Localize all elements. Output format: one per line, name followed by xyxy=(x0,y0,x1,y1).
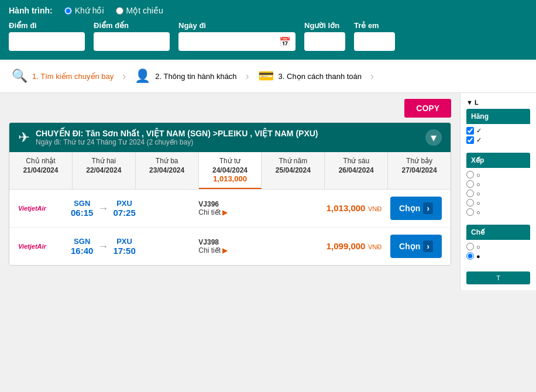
flight-section: ✈ CHUYẾN ĐI: Tân Sơn Nhất , VIỆT NAM (SG… xyxy=(9,122,451,266)
from-time-0: 06:15 xyxy=(71,208,93,218)
day-name-2: Thứ ba xyxy=(139,157,195,165)
che-option-1[interactable]: ● xyxy=(466,252,530,260)
airline-logo-0: VietjetAir xyxy=(18,205,71,212)
day-name-0: Chủ nhật xyxy=(12,157,69,165)
airline-logo-1: VietjetAir xyxy=(18,243,71,250)
date-price-3: 1,013,000 xyxy=(202,174,259,183)
xep-option-4[interactable]: ○ xyxy=(466,208,530,216)
flight-header: ✈ CHUYẾN ĐI: Tân Sơn Nhất , VIỆT NAM (SG… xyxy=(9,123,451,152)
chi-tiet-0[interactable]: Chi tiết ▶ xyxy=(198,208,326,216)
diem-den-group: Điểm đến PXU xyxy=(94,21,170,51)
date-val-1: 22/04/2024 xyxy=(75,166,132,174)
chi-tiet-1[interactable]: Chi tiết ▶ xyxy=(198,246,326,255)
date-cell-1[interactable]: Thứ hai 22/04/2024 xyxy=(73,152,136,189)
step-2[interactable]: 👤 2. Thông tin hành khách xyxy=(135,68,236,84)
flight-title: CHUYẾN ĐI: Tân Sơn Nhất , VIỆT NAM (SGN)… xyxy=(36,129,318,138)
chevron-down-button[interactable]: ▾ xyxy=(425,129,442,146)
step-2-label: 2. Thông tin hành khách xyxy=(155,72,236,81)
hanh-trinh-label: Hành trình: xyxy=(9,6,53,15)
date-cell-0[interactable]: Chủ nhật 21/04/2024 xyxy=(9,152,73,189)
che-option-0[interactable]: ○ xyxy=(466,243,530,250)
tre-em-group: Trẻ em 0 xyxy=(354,21,395,51)
step-arrow-2: › xyxy=(246,70,249,82)
search-form-row: Điểm đi SGN Điểm đến PXU Ngày đi 24/04/2… xyxy=(9,21,527,51)
btn-arrow-0: › xyxy=(423,202,433,214)
xep-option-1[interactable]: ○ xyxy=(466,180,530,188)
khu-hoi-radio[interactable]: Khứ hồi xyxy=(64,6,104,15)
date-cell-5[interactable]: Thứ sáu 26/04/2024 xyxy=(325,152,388,189)
to-time-1: 17:50 xyxy=(113,246,135,256)
copy-button[interactable]: COPY xyxy=(404,99,451,118)
step-arrow-1: › xyxy=(122,70,126,82)
calendar-icon: 📅 xyxy=(279,36,291,47)
step-1[interactable]: 🔍 1. Tìm kiếm chuyến bay xyxy=(12,68,114,84)
xep-section: Xếp ○ ○ ○ ○ ○ xyxy=(466,153,530,216)
from-time-1: 16:40 xyxy=(71,246,93,256)
diem-den-label: Điểm đến xyxy=(94,21,170,30)
step-3[interactable]: 💳 3. Chọn cách thanh toán xyxy=(258,68,362,84)
copy-btn-row: COPY xyxy=(9,99,451,118)
nguoi-lon-label: Người lớn xyxy=(304,21,345,30)
ngay-di-label: Ngày đi xyxy=(178,21,296,30)
filter-apply-button[interactable]: T xyxy=(466,271,530,284)
chon-button-0[interactable]: Chọn › xyxy=(390,197,442,220)
xep-option-0[interactable]: ○ xyxy=(466,171,530,178)
steps-bar: 🔍 1. Tìm kiếm chuyến bay › 👤 2. Thông ti… xyxy=(0,60,536,93)
arrow-icon-0: → xyxy=(98,202,108,215)
xep-option-3[interactable]: ○ xyxy=(466,199,530,207)
trip-type-row: Hành trình: Khứ hồi Một chiều xyxy=(9,6,527,15)
price-currency-1: VNĐ xyxy=(368,243,382,250)
from-airport-0: SGN xyxy=(71,199,93,208)
hang-bay-section: Hãng ✓ ✓ xyxy=(466,109,530,144)
date-cell-4[interactable]: Thứ năm 25/04/2024 xyxy=(262,152,325,189)
date-cell-3[interactable]: Thứ tư 24/04/2024 1,013,000 xyxy=(199,152,262,189)
flight-row-0: VietjetAir SGN 06:15 → PXU 07:25 VJ396 xyxy=(9,190,451,228)
flight-num-0: VJ396 xyxy=(198,200,326,208)
diem-di-group: Điểm đi SGN xyxy=(9,21,85,51)
to-airport-0: PXU xyxy=(113,199,135,208)
price-currency-0: VNĐ xyxy=(368,205,382,212)
ngay-di-input[interactable]: 24/04/2024 xyxy=(178,32,296,51)
airplane-icon: ✈ xyxy=(18,129,30,146)
chon-button-1[interactable]: Chọn › xyxy=(390,235,442,258)
hang-option-0[interactable]: ✓ xyxy=(466,127,530,135)
day-name-5: Thứ sáu xyxy=(328,157,384,165)
flight-times-1: SGN 16:40 → PXU 17:50 xyxy=(71,237,198,256)
chi-tiet-arrow-1: ▶ xyxy=(222,246,228,255)
tre-em-label: Trẻ em xyxy=(354,21,395,30)
date-row: Chủ nhật 21/04/2024 Thứ hai 22/04/2024 T… xyxy=(9,152,451,190)
diem-den-input[interactable]: PXU xyxy=(94,32,170,51)
price-val-0: 1,013,000 xyxy=(327,203,366,213)
mot-chieu-radio[interactable]: Một chiều xyxy=(116,6,163,15)
airline-name-0: VietjetAir xyxy=(18,205,46,212)
hang-option-1[interactable]: ✓ xyxy=(466,136,530,144)
date-val-0: 21/04/2024 xyxy=(12,166,69,174)
step-3-label: 3. Chọn cách thanh toán xyxy=(279,72,362,81)
date-val-5: 26/04/2024 xyxy=(328,166,384,174)
header-section: Hành trình: Khứ hồi Một chiều Điểm đi SG… xyxy=(0,0,536,60)
nguoi-lon-input[interactable]: 1 xyxy=(304,32,345,51)
price-val-1: 1,099,000 xyxy=(327,241,366,251)
xep-option-2[interactable]: ○ xyxy=(466,190,530,197)
date-wrapper: 24/04/2024 📅 xyxy=(178,32,296,51)
xep-title: Xếp xyxy=(466,153,530,168)
flight-times-0: SGN 06:15 → PXU 07:25 xyxy=(71,199,198,218)
chi-tiet-arrow-0: ▶ xyxy=(222,208,228,216)
tre-em-input[interactable]: 0 xyxy=(354,32,395,51)
date-val-4: 25/04/2024 xyxy=(264,166,321,174)
date-val-3: 24/04/2024 xyxy=(202,166,259,174)
diem-di-input[interactable]: SGN xyxy=(9,32,85,51)
sidebar: ▼ L Hãng ✓ ✓ Xếp ○ ○ ○ ○ ○ Chế ○ ● T xyxy=(460,93,536,290)
to-time-0: 07:25 xyxy=(113,208,135,218)
date-cell-6[interactable]: Thứ bảy 27/04/2024 xyxy=(388,152,451,189)
flight-header-info: CHUYẾN ĐI: Tân Sơn Nhất , VIỆT NAM (SGN)… xyxy=(36,129,318,146)
date-cell-2[interactable]: Thứ ba 23/04/2024 xyxy=(136,152,199,189)
flight-num-1: VJ398 xyxy=(198,238,326,246)
hang-option-label-0: ✓ xyxy=(476,127,482,135)
date-val-6: 27/04/2024 xyxy=(391,166,448,174)
day-name-3: Thứ tư xyxy=(202,157,259,165)
arrow-icon-1: → xyxy=(98,240,108,253)
airline-name-1: VietjetAir xyxy=(18,243,46,250)
flight-info-1: VJ398 Chi tiết ▶ xyxy=(198,238,326,255)
person-icon: 👤 xyxy=(135,68,150,84)
